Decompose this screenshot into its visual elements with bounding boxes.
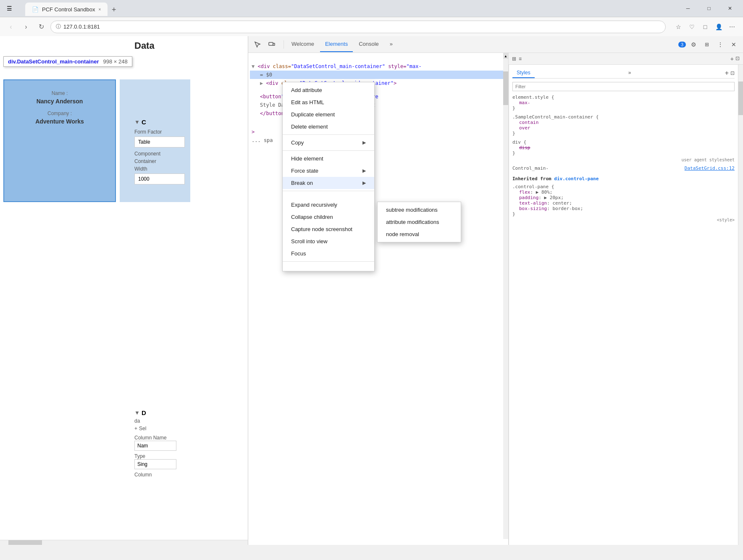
- ctx-force-state-arrow: ▶: [362, 168, 366, 174]
- tab-styles[interactable]: Styles: [512, 68, 535, 78]
- user-agent-label: user agent stylesheet: [512, 158, 735, 162]
- ctx-separator-3: [283, 191, 374, 191]
- tooltip-size: 998 × 248: [103, 58, 127, 65]
- inherited-from-link[interactable]: div.control-pane: [554, 176, 599, 181]
- width-input[interactable]: 1000: [134, 174, 185, 184]
- favorites-icon[interactable]: ☆: [672, 21, 684, 33]
- devtools-more-icon[interactable]: ⋮: [714, 39, 726, 50]
- dom-line-selected: = $0: [250, 71, 507, 79]
- component-label: Component: [134, 151, 185, 157]
- ctx-edit-html[interactable]: Edit as HTML: [283, 96, 374, 108]
- computed-icon[interactable]: ⊞: [512, 56, 516, 62]
- tab-bar: 📄 PCF Control Sandbox × +: [22, 1, 675, 16]
- person-name-label: Name :: [4, 90, 115, 96]
- url-bar[interactable]: ⓘ 127.0.0.1:8181: [50, 21, 666, 33]
- styles-filter-input[interactable]: [512, 82, 735, 91]
- refresh-btn[interactable]: ↻: [35, 21, 47, 33]
- ctx-copy[interactable]: Copy ▶: [283, 137, 374, 149]
- browser-toolbar: ☆ ♡ □ 👤 ⋯: [672, 21, 738, 33]
- devtools-action-icons: 3 ⚙ ⊞ ⋮ ✕: [678, 39, 740, 50]
- ctx-copy-arrow: ▶: [362, 140, 366, 145]
- page-title-area: Data ▼ C Form Factor Table Component: [134, 40, 185, 184]
- new-tab-btn[interactable]: +: [108, 3, 120, 16]
- ctx-focus[interactable]: Scroll into view: [283, 235, 374, 247]
- styles-layout-icon[interactable]: ⊡: [730, 70, 735, 76]
- page-content: div.DataSetControl_main-container 998 × …: [0, 36, 248, 545]
- tab-elements[interactable]: Elements: [320, 37, 353, 52]
- context-menu: Add attribute Edit as HTML Duplicate ele…: [282, 82, 375, 271]
- type-input[interactable]: Sing: [134, 459, 176, 469]
- profile-icon[interactable]: 👤: [713, 21, 725, 33]
- dom-scrollbar[interactable]: [503, 59, 508, 539]
- browser-chrome: ☰ 📄 PCF Control Sandbox × + ─ □ ✕ ‹ › ↻ …: [0, 0, 743, 36]
- ctx-separator-2: [283, 150, 374, 151]
- source-link[interactable]: DataSetGrid.css:12: [685, 166, 735, 171]
- div-section: div { disp }: [512, 139, 735, 156]
- ctx-expand-recursively[interactable]: [283, 193, 374, 199]
- forward-btn[interactable]: ›: [20, 21, 32, 33]
- right-scrollbar[interactable]: [738, 65, 743, 545]
- tab-close-btn[interactable]: ×: [98, 7, 101, 12]
- close-btn[interactable]: ✕: [720, 2, 740, 15]
- ctx-capture-screenshot[interactable]: Collapse children: [283, 211, 374, 223]
- styles-filter-area: [512, 82, 735, 91]
- styles-content: element.style { max- } .SampleControl_ma…: [512, 95, 735, 222]
- width-label: Width: [134, 166, 185, 172]
- scroll-up-btn[interactable]: ▲: [503, 53, 508, 59]
- window-controls: ─ □ ✕: [678, 2, 740, 15]
- active-tab[interactable]: 📄 PCF Control Sandbox ×: [25, 3, 108, 16]
- tab-welcome[interactable]: Welcome: [286, 37, 319, 52]
- sample-control-section: .SampleControl_main-container { contain …: [512, 114, 735, 136]
- ctx-collapse-children[interactable]: Expand recursively: [283, 199, 374, 211]
- ctx-break-on[interactable]: Break on ▶: [283, 177, 374, 189]
- styles-panel-main: Styles » + ⊡: [509, 65, 738, 545]
- devtools-close-icon[interactable]: ✕: [728, 39, 740, 50]
- settings-icon[interactable]: ⋯: [726, 21, 738, 33]
- styles-add-icon[interactable]: +: [725, 69, 729, 77]
- layout-icon[interactable]: ≡: [519, 56, 522, 62]
- inspect-icon[interactable]: [252, 39, 263, 50]
- tab-more[interactable]: »: [385, 37, 398, 52]
- svg-rect-1: [273, 43, 275, 45]
- back-btn[interactable]: ‹: [5, 21, 17, 33]
- form-factor-input[interactable]: Table: [134, 137, 185, 147]
- tooltip-class: div.DataSetControl_main-container: [8, 58, 99, 65]
- ctx-add-attribute[interactable]: Add attribute: [283, 84, 374, 96]
- person-name-value: Nancy Anderson: [4, 98, 115, 105]
- ctx-delete-element[interactable]: Delete element: [283, 121, 374, 133]
- svg-rect-0: [269, 42, 273, 45]
- tab-console[interactable]: Console: [354, 37, 384, 52]
- ctx-scroll-into-view[interactable]: Capture node screenshot: [283, 223, 374, 235]
- minimize-btn[interactable]: ─: [678, 2, 698, 15]
- ctx-badge-settings[interactable]: Focus: [283, 247, 374, 260]
- column-name-input[interactable]: Nam: [134, 441, 176, 451]
- h-scrollbar[interactable]: [0, 540, 248, 545]
- ctx-force-state[interactable]: Force state ▶: [283, 165, 374, 177]
- ctx-duplicate-element[interactable]: Duplicate element: [283, 108, 374, 121]
- devtools-settings-icon[interactable]: ⚙: [688, 39, 699, 50]
- toggle-icon[interactable]: ⊡: [735, 55, 740, 62]
- device-toggle-icon[interactable]: [266, 39, 278, 50]
- maximize-btn[interactable]: □: [699, 2, 719, 15]
- h-scrollbar-thumb[interactable]: [8, 540, 42, 545]
- element-style-section: element.style { max- }: [512, 95, 735, 111]
- element-tooltip: div.DataSetControl_main-container 998 × …: [3, 56, 132, 67]
- dom-line-1: ▼ <div class="DataSetControl_main-contai…: [250, 62, 507, 71]
- add-style-icon[interactable]: +: [730, 55, 734, 62]
- ctx-hide-element[interactable]: Hide element: [283, 152, 374, 165]
- ctx-store-global[interactable]: [283, 263, 374, 269]
- submenu-attribute-modifications[interactable]: attribute modifications: [378, 216, 461, 228]
- submenu-node-removal[interactable]: node removal: [378, 228, 461, 240]
- devtools-dock-icon[interactable]: ⊞: [701, 39, 713, 50]
- right-scrollbar-thumb[interactable]: [738, 82, 743, 115]
- notification-badge: 3: [678, 42, 686, 47]
- reading-list-icon[interactable]: ♡: [686, 21, 698, 33]
- container-label: Container: [134, 158, 185, 164]
- collections-icon[interactable]: □: [699, 21, 711, 33]
- style-source-label: <style>: [512, 218, 735, 222]
- sidebar-toggle-icon[interactable]: ☰: [3, 3, 15, 14]
- submenu-subtree-modifications[interactable]: subtree modifications: [378, 204, 461, 216]
- dom-scrollbar-thumb[interactable]: [503, 71, 508, 105]
- company-value: Adventure Works: [4, 118, 115, 125]
- styles-more-tabs[interactable]: »: [626, 68, 634, 78]
